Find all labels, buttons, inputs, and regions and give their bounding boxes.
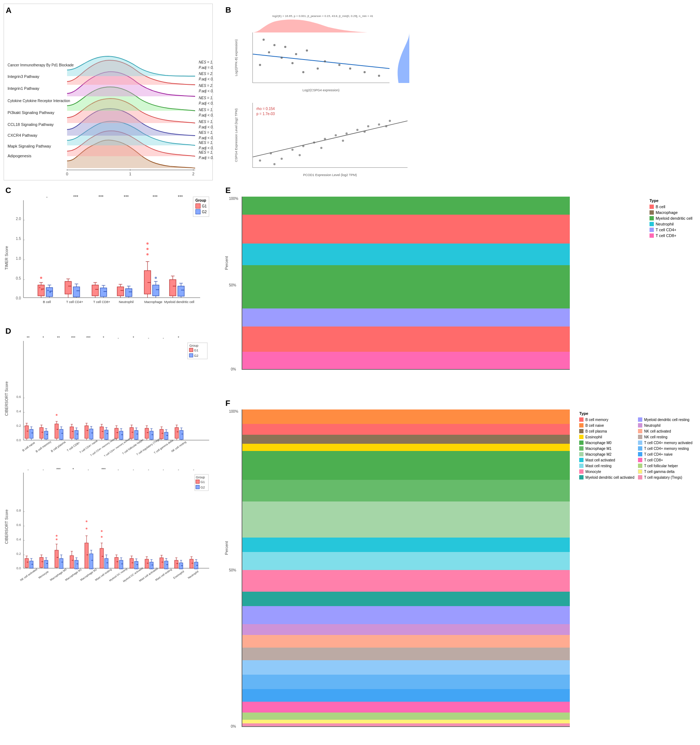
scatter-1-dots [252, 33, 390, 83]
svg-text:-: - [88, 468, 89, 471]
legend-item-macrophage: Macrophage [649, 210, 693, 215]
svg-rect-499 [242, 592, 570, 606]
svg-point-50 [324, 138, 326, 140]
svg-point-93 [40, 277, 42, 279]
lf-mast-resting: Mast cell resting [579, 464, 634, 468]
svg-text:0.5: 0.5 [16, 276, 21, 280]
svg-text:P.adj = 0.016: P.adj = 0.016 [199, 66, 213, 70]
scatter-plot-2: rho = 0.154 p = 1.7e-03 PCOD1 Expression… [234, 99, 411, 179]
svg-text:G2: G2 [200, 486, 205, 489]
lf-eosinophil: Eosinophil [579, 435, 634, 439]
svg-rect-383 [85, 543, 88, 568]
svg-point-54 [367, 125, 369, 127]
lf-t-follicular: T cell follicular helper [638, 464, 693, 468]
lf-nk-resting: NK cell resting [638, 435, 693, 439]
svg-rect-377 [75, 560, 78, 569]
lf-t-regulatory: T cell regulatory (Tregs) [638, 475, 693, 479]
y-axis-100-f: 100% [229, 410, 238, 413]
svg-rect-498 [242, 570, 570, 592]
svg-rect-497 [242, 552, 570, 570]
svg-text:CIBERSORT Score: CIBERSORT Score [4, 381, 9, 416]
svg-text:Neutrophil: Neutrophil [187, 570, 199, 579]
svg-rect-447 [164, 561, 168, 569]
svg-text:G1: G1 [200, 480, 205, 484]
stacked-bars-e-inner [242, 197, 570, 369]
pathway-label-4: CCL18 Signaling Pathway [7, 122, 54, 127]
y-axis-50-e: 50% [229, 283, 236, 287]
svg-text:*: * [103, 336, 104, 340]
svg-text:NES = 1.773: NES = 1.773 [199, 108, 213, 112]
svg-rect-409 [115, 557, 118, 568]
svg-point-140 [146, 242, 149, 245]
svg-rect-442 [160, 558, 163, 568]
lf-tcd8: T cell CD8+ [638, 458, 693, 462]
svg-point-369 [56, 539, 58, 540]
legend-item-neutrophil-e: Neutrophil [649, 222, 693, 226]
svg-rect-502 [242, 635, 570, 648]
svg-text:NK cell activated: NK cell activated [19, 567, 38, 582]
svg-text:rho = 0.154: rho = 0.154 [257, 107, 275, 111]
svg-text:0.2: 0.2 [16, 552, 21, 556]
svg-text:T cell CD8+: T cell CD8+ [66, 441, 81, 452]
svg-rect-333 [196, 480, 199, 483]
svg-text:***: *** [73, 194, 78, 199]
cibersort-bottom-svg: 0.0 0.2 0.4 0.6 0.8 CIBERSORT Score - - … [4, 465, 213, 588]
svg-rect-148 [178, 286, 184, 296]
svg-rect-241 [100, 427, 103, 438]
svg-rect-484 [242, 244, 570, 265]
lf-myeloid-dc-resting: Myeloid dendritic cell resting [638, 417, 693, 422]
svg-point-31 [306, 49, 308, 52]
svg-text:-: - [163, 468, 164, 471]
svg-point-30 [295, 53, 297, 55]
panel-e: E // This won't work [224, 184, 693, 386]
svg-point-37 [349, 67, 351, 70]
lf-macro-m2: Macrophage M2 [579, 452, 634, 456]
svg-rect-506 [242, 689, 570, 702]
svg-rect-353 [44, 560, 48, 568]
svg-text:NES = 1.495: NES = 1.495 [199, 141, 213, 145]
svg-point-60 [342, 140, 344, 142]
svg-rect-496 [242, 537, 570, 552]
svg-text:*: * [133, 336, 134, 340]
svg-rect-301 [180, 431, 183, 440]
svg-point-52 [345, 132, 348, 135]
legend-item-myeloid-dc: Myeloid dendritic cell [649, 216, 693, 220]
svg-text:0.6: 0.6 [16, 395, 21, 399]
svg-text:T cell CD4+: T cell CD4+ [66, 300, 83, 304]
svg-text:1.5: 1.5 [16, 237, 21, 241]
lf-mast-activated: Mast cell activated [579, 458, 634, 462]
lf-macro-m1: Macrophage M1 [579, 446, 634, 450]
lf-t-gamma-delta: T cell gamma delta [638, 469, 693, 474]
svg-rect-396 [100, 548, 103, 568]
svg-rect-181 [190, 348, 193, 352]
svg-text:P.adj < 0.001: P.adj < 0.001 [199, 125, 213, 129]
svg-rect-500 [242, 606, 570, 624]
svg-point-53 [356, 129, 358, 131]
svg-rect-509 [242, 720, 570, 723]
svg-text:Neutrophil: Neutrophil [119, 300, 133, 304]
svg-rect-183 [190, 353, 193, 357]
svg-text:G2: G2 [194, 354, 199, 358]
svg-rect-388 [90, 554, 93, 569]
svg-rect-504 [242, 660, 570, 675]
svg-text:NES = 1.711: NES = 1.711 [199, 131, 213, 135]
pathway-label-1: Adipogenesis [7, 154, 32, 158]
svg-text:B cell plasma: B cell plasma [50, 440, 66, 453]
svg-text:-: - [118, 468, 119, 471]
scatter-1-ylabel: Log2(PPK-B) expression) [234, 33, 252, 83]
svg-rect-431 [145, 559, 149, 568]
svg-point-406 [101, 536, 103, 538]
svg-text:0.2: 0.2 [16, 424, 21, 428]
svg-rect-507 [242, 702, 570, 712]
svg-point-61 [364, 131, 366, 133]
timer-boxplot-svg: 0.0 0.5 1.0 1.5 2.0 TIMER Score - *** **… [4, 193, 206, 319]
svg-text:G1: G1 [194, 349, 199, 352]
svg-text:Eosinophil: Eosinophil [173, 570, 185, 579]
svg-point-36 [291, 62, 294, 64]
svg-text:**: ** [27, 336, 30, 340]
svg-rect-263 [130, 428, 133, 438]
panel-c: C Group G1 G2 0.0 0.5 1.0 1.5 2.0 TIMER … [4, 184, 213, 321]
svg-point-47 [291, 149, 294, 151]
svg-rect-359 [55, 550, 58, 567]
svg-point-39 [302, 71, 304, 73]
